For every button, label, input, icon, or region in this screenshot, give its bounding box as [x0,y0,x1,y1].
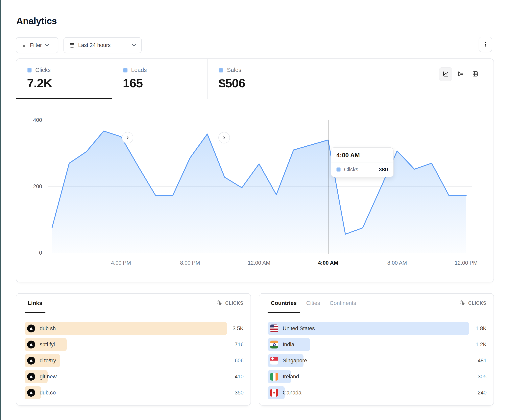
stat-tab-leads[interactable]: Leads 165 [112,59,208,99]
tab-continents-label: Continents [330,300,356,306]
calendar-icon [69,42,75,48]
more-options-button[interactable] [479,37,492,52]
links-rows: dub.sh 3.5K spti.fyi 716 [25,324,244,404]
stat-value: $506 [219,76,305,90]
link-domain: spti.fyi [40,341,55,348]
country-flag-icon [270,340,278,348]
chart-plot-area[interactable] [48,113,472,253]
expand-leads-chevron-button[interactable] [218,132,230,144]
links-metric-selector[interactable]: CLICKS [217,300,243,306]
countries-metric-selector[interactable]: CLICKS [460,300,486,306]
country-row[interactable]: United States 1.8K [268,324,486,333]
dub-logo-icon [27,357,35,364]
link-row[interactable]: dub.sh 3.5K [25,324,244,333]
dub-logo-icon [27,373,35,381]
tab-links-label: Links [28,300,42,306]
chart-view-toggles [439,67,482,81]
countries-metric-label: CLICKS [468,301,486,306]
funnel-view-button[interactable] [454,67,467,80]
stat-value: 165 [123,76,208,90]
link-domain: d.to/try [40,358,56,364]
sales-series-marker [219,68,223,72]
link-row[interactable]: spti.fyi 716 [25,340,244,349]
country-flag-icon [270,389,278,397]
left-edge-stripe [0,0,1,420]
tooltip-series-marker [336,167,341,172]
chevron-down-icon [45,44,49,47]
link-row[interactable]: d.to/try 606 [25,356,244,366]
stat-label: Clicks [35,67,51,73]
country-row[interactable]: Ireland 305 [268,372,486,382]
line-chart-view-button[interactable] [439,67,452,81]
table-view-button[interactable] [469,67,482,80]
date-range-label: Last 24 hours [78,42,111,48]
link-domain: dub.co [40,390,56,396]
country-name: Canada [283,390,301,396]
country-clicks-value: 305 [478,374,486,380]
tab-cities-label: Cities [306,300,320,306]
stat-value: 7.2K [27,76,112,90]
link-clicks-value: 606 [235,358,244,364]
links-panel-header: Links CLICKS [16,294,251,313]
tooltip-series-label: Clicks [344,167,358,173]
tab-countries-label: Countries [271,300,297,306]
link-clicks-value: 716 [235,341,244,348]
country-clicks-value: 481 [478,358,486,364]
date-range-button[interactable]: Last 24 hours [63,37,142,53]
country-flag-icon [270,373,278,381]
link-row[interactable]: dub.co 350 [25,388,244,398]
stat-tab-sales[interactable]: Sales $506 [208,59,305,99]
dub-logo-icon [27,325,35,333]
tooltip-time: 4:00 AM [331,148,393,162]
chart-tooltip: 4:00 AM Clicks 380 [331,147,394,177]
active-tab-underline [16,98,112,99]
country-clicks-value: 240 [478,390,486,396]
tab-continents[interactable]: Continents [330,294,356,313]
page-title: Analytics [16,15,57,26]
link-clicks-value: 350 [235,390,244,396]
link-row[interactable]: git.new 410 [25,372,244,382]
analytics-page: Analytics Filter Last 24 hours [0,0,508,420]
link-clicks-value: 3.5K [232,326,244,332]
link-domain: dub.sh [40,326,56,332]
link-clicks-value: 410 [235,374,244,380]
dub-logo-icon [27,340,35,348]
country-row[interactable]: Singapore 481 [268,356,486,366]
stat-tab-clicks[interactable]: Clicks 7.2K [16,59,112,99]
links-panel: Links CLICKS [16,293,251,406]
country-flag-icon [270,325,278,333]
cursor-click-icon [460,300,466,306]
countries-panel: Countries Cities Continents CLICKS [259,293,494,406]
tab-countries[interactable]: Countries [271,294,297,313]
filter-button[interactable]: Filter [16,37,58,53]
cursor-click-icon [217,300,223,306]
chevron-down-icon [132,44,136,47]
tab-links[interactable]: Links [28,294,42,313]
filter-button-label: Filter [30,42,42,48]
country-row[interactable]: India 1.2K [268,340,486,349]
link-domain: git.new [40,374,57,380]
country-clicks-value: 1.8K [476,326,486,332]
filter-icon [21,42,27,48]
country-clicks-value: 1.2K [476,341,486,348]
kebab-menu-icon [482,41,489,48]
leads-series-marker [123,68,127,72]
tab-cities[interactable]: Cities [306,294,320,313]
dub-logo-icon [27,389,35,397]
country-flag-icon [270,357,278,364]
links-metric-label: CLICKS [225,301,243,306]
country-row[interactable]: Canada 240 [268,388,486,398]
country-name: Ireland [283,374,299,380]
stats-header: Clicks 7.2K Leads 165 Sales $506 [16,59,493,99]
countries-panel-header: Countries Cities Continents CLICKS [259,294,493,313]
tooltip-value: 380 [379,167,388,173]
stat-label: Leads [131,67,147,73]
country-name: United States [283,326,315,332]
countries-rows: United States 1.8K India 1.2K Singapore [268,324,486,404]
expand-clicks-chevron-button[interactable] [122,132,133,144]
country-name: Singapore [283,358,307,364]
country-name: India [283,341,294,348]
clicks-series-marker [27,68,32,72]
stat-label: Sales [227,67,241,73]
